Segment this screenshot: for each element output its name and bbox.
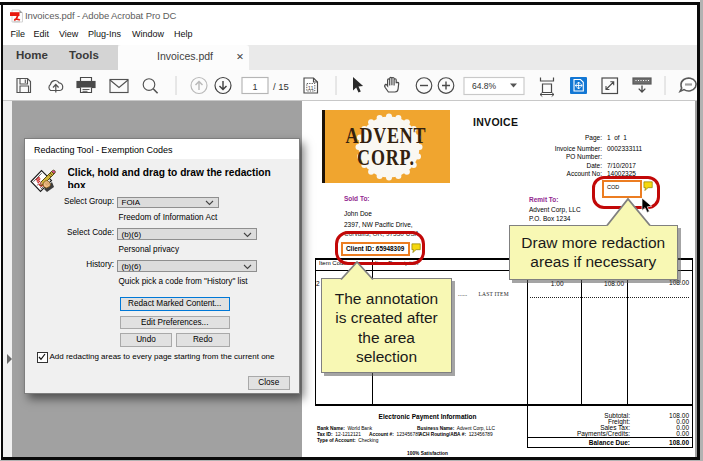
svg-text:1: 1 (253, 82, 258, 92)
svg-text:64.8%: 64.8% (472, 81, 497, 91)
svg-text:/ 15: / 15 (273, 81, 289, 92)
svg-text:11: 11 (308, 85, 314, 91)
